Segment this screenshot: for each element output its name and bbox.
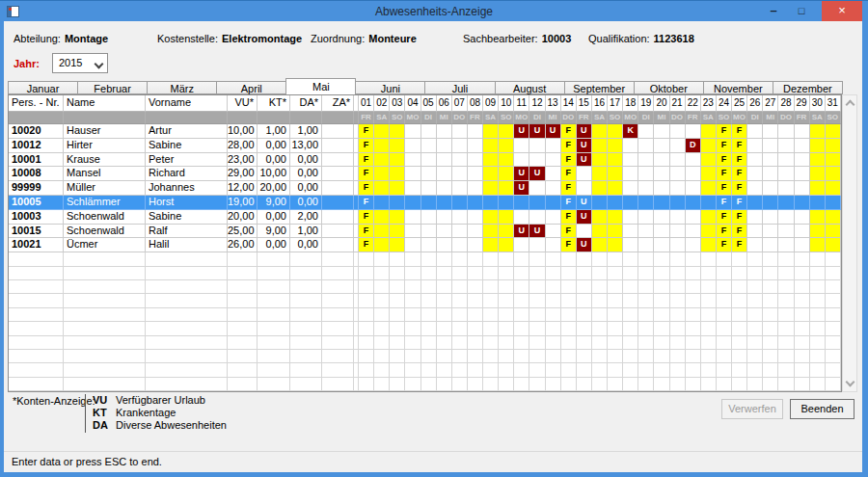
column-header-name[interactable]: Name xyxy=(64,95,146,112)
cell-name[interactable]: Müller xyxy=(64,181,146,196)
cell-za[interactable] xyxy=(322,124,354,139)
cell-day-14[interactable]: F xyxy=(561,139,577,153)
cell-day-04[interactable] xyxy=(405,153,420,168)
cell-day-03[interactable] xyxy=(390,139,405,153)
cell-day-15[interactable]: U xyxy=(577,139,592,153)
cell-day-10[interactable] xyxy=(499,139,514,153)
column-header-day-27[interactable]: 27 xyxy=(763,95,778,112)
cell-day-28[interactable] xyxy=(778,139,794,153)
cell-day-07[interactable] xyxy=(452,181,468,196)
cell-day-25[interactable]: F xyxy=(732,153,747,168)
cell-day-18[interactable] xyxy=(623,167,638,181)
cell-day-07[interactable] xyxy=(452,238,468,252)
cell-day-15[interactable] xyxy=(577,167,592,181)
cell-day-12[interactable] xyxy=(529,210,545,225)
cell-day-22[interactable] xyxy=(686,153,701,168)
cell-name[interactable]: Hauser xyxy=(64,124,146,139)
column-header-day-23[interactable]: 23 xyxy=(701,95,717,112)
cell-day-04[interactable] xyxy=(405,167,420,181)
cell-day-18[interactable] xyxy=(623,238,638,252)
cell-day-27[interactable] xyxy=(763,196,778,210)
cell-day-26[interactable] xyxy=(747,167,763,181)
column-header-day-04[interactable]: 04 xyxy=(405,95,420,112)
cell-day-01[interactable]: F xyxy=(359,238,374,252)
cell-day-17[interactable] xyxy=(608,196,623,210)
beenden-button[interactable]: Beenden xyxy=(790,399,854,419)
cell-day-01[interactable]: F xyxy=(359,181,374,196)
cell-day-23[interactable] xyxy=(701,139,717,153)
cell-day-16[interactable] xyxy=(592,210,608,225)
cell-day-15[interactable]: U xyxy=(577,196,592,210)
column-header-day-20[interactable]: 20 xyxy=(654,95,669,112)
cell-day-29[interactable] xyxy=(795,167,810,181)
cell-vorname[interactable]: Peter xyxy=(146,153,228,168)
cell-day-08[interactable] xyxy=(468,181,483,196)
cell-day-06[interactable] xyxy=(437,181,452,196)
cell-day-12[interactable] xyxy=(529,181,545,196)
cell-za[interactable] xyxy=(322,238,354,252)
column-header-day-21[interactable]: 21 xyxy=(670,95,686,112)
cell-pers-nr[interactable]: 99999 xyxy=(9,181,64,196)
cell-vu[interactable]: 29,00 xyxy=(228,167,258,181)
column-header-day-28[interactable]: 28 xyxy=(778,95,794,112)
cell-day-19[interactable] xyxy=(638,210,654,225)
column-header-day-25[interactable]: 25 xyxy=(732,95,747,112)
column-header-day-26[interactable]: 26 xyxy=(747,95,763,112)
cell-day-28[interactable] xyxy=(778,210,794,225)
tab-mai[interactable]: Mai xyxy=(285,78,356,95)
cell-day-10[interactable] xyxy=(499,124,514,139)
cell-day-22[interactable] xyxy=(686,210,701,225)
cell-vu[interactable]: 23,00 xyxy=(228,153,258,168)
cell-day-19[interactable] xyxy=(638,139,654,153)
cell-day-27[interactable] xyxy=(763,210,778,225)
cell-day-26[interactable] xyxy=(747,153,763,168)
cell-day-24[interactable]: F xyxy=(717,225,732,239)
cell-name[interactable]: Ücmer xyxy=(64,238,146,252)
tab-september[interactable]: September xyxy=(564,81,634,94)
cell-day-01[interactable]: F xyxy=(359,124,374,139)
cell-day-02[interactable] xyxy=(374,238,390,252)
column-header-day-08[interactable]: 08 xyxy=(468,95,483,112)
cell-day-20[interactable] xyxy=(654,124,669,139)
cell-day-10[interactable] xyxy=(499,181,514,196)
cell-day-08[interactable] xyxy=(468,210,483,225)
cell-day-10[interactable] xyxy=(499,167,514,181)
cell-day-13[interactable] xyxy=(546,181,561,196)
cell-pers-nr[interactable]: 10012 xyxy=(9,139,64,153)
cell-pers-nr[interactable]: 10021 xyxy=(9,238,64,252)
column-header-za[interactable]: ZA* xyxy=(322,95,354,112)
cell-day-08[interactable] xyxy=(468,153,483,168)
cell-day-30[interactable] xyxy=(810,167,826,181)
cell-day-29[interactable] xyxy=(795,139,810,153)
cell-day-05[interactable] xyxy=(421,167,437,181)
column-header-day-18[interactable]: 18 xyxy=(623,95,638,112)
cell-day-21[interactable] xyxy=(670,181,686,196)
cell-day-31[interactable] xyxy=(826,181,841,196)
cell-day-18[interactable] xyxy=(623,181,638,196)
cell-vorname[interactable]: Halil xyxy=(146,238,228,252)
cell-day-11[interactable] xyxy=(514,196,529,210)
cell-vu[interactable]: 25,00 xyxy=(228,225,258,239)
cell-day-04[interactable] xyxy=(405,225,420,239)
cell-za[interactable] xyxy=(322,153,354,168)
cell-day-25[interactable]: F xyxy=(732,124,747,139)
cell-da[interactable]: 0,00 xyxy=(290,153,322,168)
cell-day-15[interactable] xyxy=(577,225,592,239)
cell-day-21[interactable] xyxy=(670,124,686,139)
cell-day-15[interactable]: U xyxy=(577,153,592,168)
cell-day-23[interactable] xyxy=(701,181,717,196)
cell-day-17[interactable] xyxy=(608,139,623,153)
cell-kt[interactable]: 0,00 xyxy=(258,238,290,252)
column-header-day-02[interactable]: 02 xyxy=(374,95,390,112)
cell-day-22[interactable] xyxy=(686,181,701,196)
cell-day-11[interactable]: U xyxy=(514,181,529,196)
table-row[interactable]: 10021ÜcmerHalil26,000,000,00FFUFF xyxy=(9,238,841,252)
cell-day-15[interactable]: U xyxy=(577,124,592,139)
cell-day-19[interactable] xyxy=(638,124,654,139)
cell-day-30[interactable] xyxy=(810,238,826,252)
cell-day-13[interactable] xyxy=(546,139,561,153)
cell-day-13[interactable] xyxy=(546,210,561,225)
cell-day-18[interactable]: K xyxy=(623,124,638,139)
cell-day-07[interactable] xyxy=(452,210,468,225)
cell-day-23[interactable] xyxy=(701,153,717,168)
